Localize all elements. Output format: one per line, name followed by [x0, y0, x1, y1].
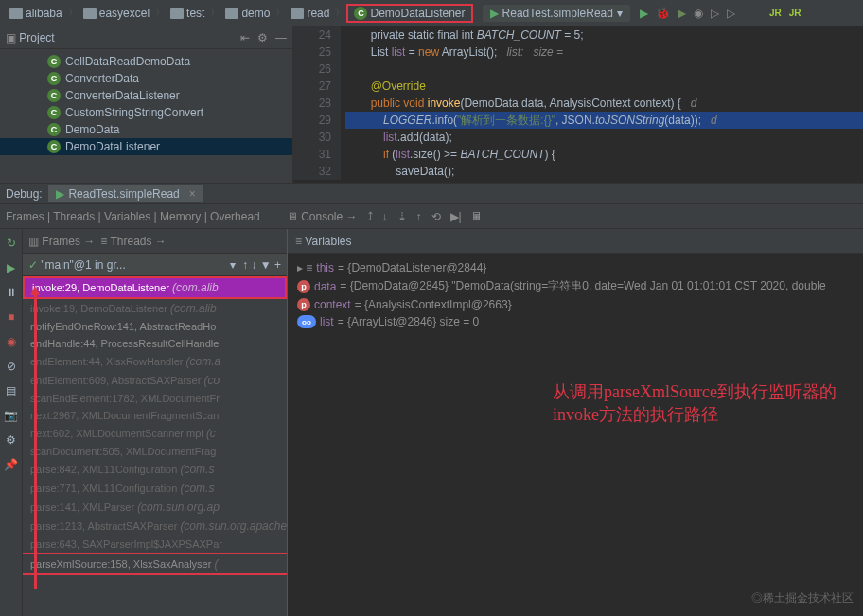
code-editor[interactable]: 242526272829303132 private static final …: [293, 26, 863, 183]
coverage-button[interactable]: ▶: [678, 7, 686, 20]
stack-frames[interactable]: invoke:29, DemoDataListener (com.alibinv…: [23, 276, 287, 575]
stack-frame[interactable]: next:602, XMLDocumentScannerImpl (c: [23, 424, 287, 443]
folder-icon: [83, 8, 97, 19]
next-frame-icon[interactable]: ↓: [251, 258, 256, 272]
code-line[interactable]: private static final int BATCH_COUNT = 5…: [345, 26, 863, 44]
evaluate-icon[interactable]: 🖩: [471, 210, 483, 223]
tree-item[interactable]: CDemoData: [0, 121, 292, 138]
tree-item[interactable]: CConverterData: [0, 70, 292, 87]
debug-button[interactable]: 🐞: [656, 7, 670, 20]
step-over-icon[interactable]: ⤴: [367, 210, 373, 223]
filter-icon[interactable]: ▼: [260, 258, 272, 272]
code-line[interactable]: list.add(data);: [345, 129, 863, 146]
breadcrumb[interactable]: alibaba〉 easyexcel〉 test〉 demo〉 read〉 CD…: [0, 4, 473, 23]
annotation-text: 从调用parseXmlSource到执行监听器的invoke方法的执行路径: [553, 380, 863, 426]
stack-frame[interactable]: endElement:609, AbstractSAXParser (co: [23, 371, 287, 390]
run3-button[interactable]: ▷: [727, 7, 735, 20]
class-icon: C: [47, 55, 61, 68]
variable-row[interactable]: ▸ ≡ this = {DemoDataListener@2844}: [293, 259, 857, 276]
folder-icon: [291, 8, 304, 19]
code-line[interactable]: public void invoke(DemoData data, Analys…: [345, 95, 863, 112]
class-icon: C: [47, 106, 61, 119]
stack-frame[interactable]: parseXmlSource:158, XlsxSaxAnalyser (: [23, 553, 287, 575]
threads-tab[interactable]: ≡ Threads →: [100, 235, 167, 248]
tree-item[interactable]: CCellDataReadDemoData: [0, 53, 292, 70]
jrebel-icon[interactable]: JR: [769, 8, 782, 18]
debug-left-gutter: ↻ ▶ ⏸ ■ ◉ ⊘ ▤ 📷 ⚙ 📌: [0, 229, 23, 616]
settings-icon[interactable]: ⚙: [6, 433, 16, 447]
tree-item[interactable]: CDemoDataListener: [0, 138, 292, 155]
variable-row[interactable]: p data = {DemoData@2845} "DemoData(strin…: [293, 276, 857, 296]
view-bp-icon[interactable]: ◉: [7, 335, 16, 348]
collapse-icon[interactable]: ⇤: [240, 31, 250, 44]
step-into-icon[interactable]: ↓: [382, 210, 388, 223]
stack-frame[interactable]: scanEndElement:1782, XMLDocumentFr: [23, 390, 287, 407]
variable-row[interactable]: p context = {AnalysisContextImpl@2663}: [293, 296, 857, 313]
jrebel-icon2[interactable]: JR: [789, 8, 801, 18]
stack-frame[interactable]: parse:1213, AbstractSAXParser (com.sun.o…: [23, 517, 287, 536]
thread-selector[interactable]: ✓ "main"@1 in gr... ▾ ↑ ↓ ▼ +: [23, 254, 287, 276]
console-tab[interactable]: 🖥 Console →: [287, 210, 358, 223]
code-line[interactable]: if (list.size() >= BATCH_COUNT) {: [345, 146, 863, 163]
variable-row[interactable]: oo list = {ArrayList@2846} size = 0: [293, 313, 857, 330]
annotation-arrow: [30, 286, 42, 589]
breadcrumb-current[interactable]: CDemoDataListener: [346, 4, 472, 23]
pin-icon[interactable]: 📌: [4, 458, 18, 471]
stack-frame[interactable]: endHandle:44, ProcessResultCellHandle: [23, 335, 287, 352]
code-line[interactable]: @Override: [345, 78, 863, 95]
resume-icon[interactable]: ▶: [7, 261, 15, 274]
run-cursor-icon[interactable]: ▶|: [450, 210, 462, 223]
run-config-selector[interactable]: ▶ ReadTest.simpleRead ▾: [483, 5, 630, 22]
hide-icon[interactable]: —: [275, 31, 287, 44]
tree-item[interactable]: CConverterDataListener: [0, 87, 292, 104]
class-icon: C: [47, 72, 61, 85]
profile-button[interactable]: ◉: [694, 7, 703, 20]
run-button[interactable]: ▶: [640, 7, 648, 20]
class-icon: C: [354, 7, 367, 20]
editor-gutter: 242526272829303132: [293, 26, 341, 180]
add-icon[interactable]: +: [274, 258, 281, 272]
code-line[interactable]: LOGGER.info("解析到一条数据:{}", JSON.toJSONStr…: [345, 112, 863, 129]
variables-list[interactable]: ▸ ≡ this = {DemoDataListener@2844}p data…: [288, 254, 863, 336]
camera-icon[interactable]: 📷: [4, 409, 18, 422]
pause-icon[interactable]: ⏸: [6, 286, 17, 299]
stack-frame[interactable]: endElement:44, XlsxRowHandler (com.a: [23, 352, 287, 371]
debug-toolbar: Frames | Threads | Variables | Memory | …: [0, 204, 863, 229]
frames-tab[interactable]: ▥ Frames →: [28, 235, 95, 248]
breadcrumb-bar: alibaba〉 easyexcel〉 test〉 demo〉 read〉 CD…: [0, 0, 863, 26]
code-line[interactable]: List list = new ArrayList(); list: size …: [345, 44, 863, 61]
gear-icon[interactable]: ⚙: [257, 31, 268, 44]
frames-panel: ▥ Frames → ≡ Threads → ✓ "main"@1 in gr.…: [23, 229, 288, 616]
project-panel: ▣ Project ⇤ ⚙ — CCellDataReadDemoDataCCo…: [0, 26, 293, 183]
layout-icon[interactable]: ▤: [6, 384, 16, 397]
chevron-down-icon: ▾: [617, 7, 623, 20]
project-panel-header[interactable]: ▣ Project ⇤ ⚙ —: [0, 26, 292, 49]
stack-frame[interactable]: notifyEndOneRow:141, AbstractReadHo: [23, 318, 287, 335]
step-out-icon[interactable]: ↑: [416, 210, 422, 223]
stack-frame[interactable]: invoke:19, DemoDataListener (com.alib: [23, 299, 287, 318]
rerun-icon[interactable]: ↻: [7, 237, 16, 250]
folder-icon: [170, 8, 184, 19]
prev-frame-icon[interactable]: ↑: [242, 258, 248, 272]
stack-frame[interactable]: invoke:29, DemoDataListener (com.alib: [23, 276, 287, 299]
stack-frame[interactable]: next:2967, XMLDocumentFragmentScan: [23, 407, 287, 424]
code-line[interactable]: saveData();: [345, 163, 863, 180]
debug-tab[interactable]: ▶ ReadTest.simpleRead ×: [48, 185, 203, 202]
stack-frame[interactable]: parse:643, SAXParserImpl$JAXPSAXPar: [23, 536, 287, 553]
stack-frame[interactable]: scanDocument:505, XMLDocumentFrag: [23, 443, 287, 460]
code-line[interactable]: [345, 61, 863, 78]
stack-frame[interactable]: parse:141, XMLParser (com.sun.org.ap: [23, 498, 287, 517]
close-icon[interactable]: ×: [189, 187, 196, 201]
project-tree[interactable]: CCellDataReadDemoDataCConverterDataCConv…: [0, 49, 292, 159]
stop-icon[interactable]: ■: [8, 310, 14, 324]
drop-frame-icon[interactable]: ⟲: [432, 210, 441, 223]
stack-frame[interactable]: parse:842, XML11Configuration (com.s: [23, 460, 287, 479]
watermark: ◎稀土掘金技术社区: [751, 590, 854, 607]
force-step-icon[interactable]: ⇣: [397, 210, 407, 223]
mute-bp-icon[interactable]: ⊘: [7, 360, 16, 373]
stack-frame[interactable]: parse:771, XML11Configuration (com.s: [23, 479, 287, 498]
debug-panel: Debug: ▶ ReadTest.simpleRead × Frames | …: [0, 183, 863, 616]
debug-tabs[interactable]: Frames | Threads | Variables | Memory | …: [6, 210, 260, 223]
tree-item[interactable]: CCustomStringStringConvert: [0, 104, 292, 121]
run2-button[interactable]: ▷: [711, 7, 719, 20]
